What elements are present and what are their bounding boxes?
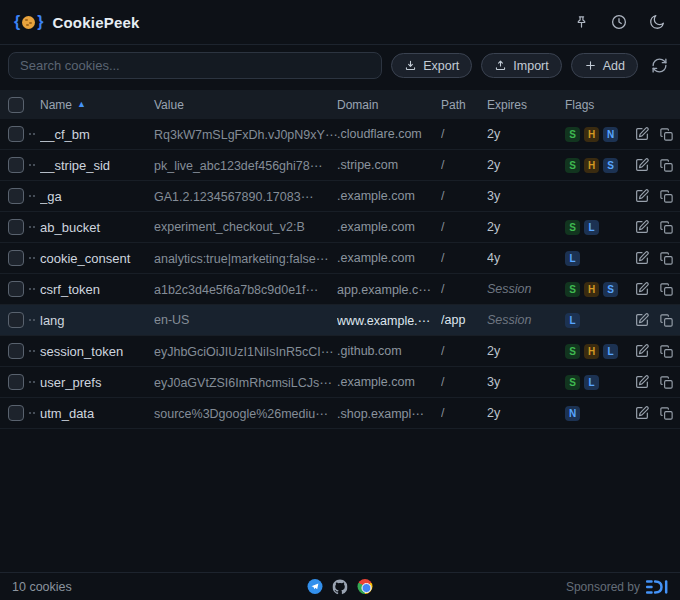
cookie-name: __cf_bm bbox=[40, 127, 154, 142]
cookie-name: utm_data bbox=[40, 406, 154, 421]
copy-cookie-icon[interactable] bbox=[659, 312, 674, 328]
edit-cookie-icon[interactable] bbox=[634, 281, 650, 297]
row-checkbox[interactable] bbox=[8, 219, 24, 235]
github-icon[interactable] bbox=[333, 579, 348, 594]
row-checkbox[interactable] bbox=[8, 405, 24, 421]
chrome-icon[interactable] bbox=[358, 579, 373, 594]
telegram-icon[interactable] bbox=[308, 579, 323, 594]
cookie-path: / bbox=[441, 344, 487, 358]
table-row[interactable]: _ga GA1.2.1234567890.17083⋯ .example.com… bbox=[0, 181, 680, 212]
table-row[interactable]: session_token eyJhbGciOiJIUzI1NiIsInR5cC… bbox=[0, 336, 680, 367]
search-input[interactable] bbox=[8, 52, 382, 79]
row-checkbox[interactable] bbox=[8, 126, 24, 142]
toolbar: Export Import Add bbox=[0, 45, 680, 90]
column-path-label: Path bbox=[441, 98, 466, 112]
row-checkbox[interactable] bbox=[8, 312, 24, 328]
add-label: Add bbox=[603, 59, 625, 73]
refresh-icon[interactable] bbox=[647, 57, 672, 74]
cookie-value: eyJhbGciOiJIUzI1NiIsInR5cCI⋯ bbox=[154, 344, 337, 359]
history-icon[interactable] bbox=[610, 13, 628, 31]
table-row[interactable]: ab_bucket experiment_checkout_v2:B .exam… bbox=[0, 212, 680, 243]
cookie-name: cookie_consent bbox=[40, 251, 154, 266]
copy-cookie-icon[interactable] bbox=[659, 157, 674, 173]
copy-cookie-icon[interactable] bbox=[659, 219, 674, 235]
table-row[interactable]: cookie_consent analytics:true|marketing:… bbox=[0, 243, 680, 274]
plus-icon bbox=[584, 59, 597, 72]
flag-badge-samesite: L bbox=[584, 375, 599, 390]
cookie-domain: .cloudflare.com bbox=[337, 127, 441, 141]
column-header-domain[interactable]: Domain bbox=[337, 98, 441, 112]
cookie-flags: N bbox=[565, 406, 631, 421]
table-row[interactable]: utm_data source%3Dgoogle%26mediu⋯ .shop.… bbox=[0, 398, 680, 429]
column-header-value[interactable]: Value bbox=[154, 98, 337, 112]
drag-handle-icon bbox=[29, 412, 40, 414]
column-value-label: Value bbox=[154, 98, 184, 112]
drag-handle-icon bbox=[29, 319, 40, 321]
cookie-expires: Session bbox=[487, 313, 565, 327]
theme-moon-icon[interactable] bbox=[648, 13, 666, 31]
table-header: Name ▲ Value Domain Path Expires Flags bbox=[0, 90, 680, 119]
pin-icon[interactable] bbox=[573, 14, 590, 31]
column-header-flags[interactable]: Flags bbox=[565, 98, 631, 112]
flag-badge-samesite: S bbox=[603, 158, 618, 173]
drag-handle-icon bbox=[29, 350, 40, 352]
cookie-expires: 2y bbox=[487, 127, 565, 141]
column-flags-label: Flags bbox=[565, 98, 594, 112]
cookie-expires: Session bbox=[487, 282, 565, 296]
copy-cookie-icon[interactable] bbox=[659, 343, 674, 359]
column-header-path[interactable]: Path bbox=[441, 98, 487, 112]
table-row[interactable]: __cf_bm Rq3kW7mSLgFxDh.vJ0pN9xY⋯ .cloudf… bbox=[0, 119, 680, 150]
cookie-name: session_token bbox=[40, 344, 154, 359]
row-checkbox[interactable] bbox=[8, 281, 24, 297]
copy-cookie-icon[interactable] bbox=[659, 405, 674, 421]
copy-cookie-icon[interactable] bbox=[659, 374, 674, 390]
flag-badge-samesite: N bbox=[565, 406, 580, 421]
select-all-checkbox[interactable] bbox=[8, 97, 24, 113]
export-button[interactable]: Export bbox=[391, 53, 472, 78]
row-checkbox[interactable] bbox=[8, 250, 24, 266]
cookie-expires: 3y bbox=[487, 375, 565, 389]
cookie-domain: www.example.⋯ bbox=[337, 313, 441, 328]
download-icon bbox=[404, 59, 417, 72]
copy-cookie-icon[interactable] bbox=[659, 126, 674, 142]
edit-cookie-icon[interactable] bbox=[634, 374, 650, 390]
edit-cookie-icon[interactable] bbox=[634, 157, 650, 173]
edit-cookie-icon[interactable] bbox=[634, 126, 650, 142]
row-checkbox[interactable] bbox=[8, 157, 24, 173]
empty-area bbox=[0, 429, 680, 572]
cookie-path: / bbox=[441, 282, 487, 296]
column-header-name[interactable]: Name ▲ bbox=[40, 98, 154, 112]
cookie-value: source%3Dgoogle%26mediu⋯ bbox=[154, 406, 337, 421]
edit-cookie-icon[interactable] bbox=[634, 405, 650, 421]
flag-badge-samesite: L bbox=[565, 251, 580, 266]
edit-cookie-icon[interactable] bbox=[634, 312, 650, 328]
table-row[interactable]: __stripe_sid pk_live_abc123def456ghi78⋯ … bbox=[0, 150, 680, 181]
table-row[interactable]: user_prefs eyJ0aGVtZSI6ImRhcmsiLCJs⋯ .ex… bbox=[0, 367, 680, 398]
table-row[interactable]: csrf_token a1b2c3d4e5f6a7b8c9d0e1f⋯ app.… bbox=[0, 274, 680, 305]
export-label: Export bbox=[423, 59, 459, 73]
import-label: Import bbox=[513, 59, 548, 73]
copy-cookie-icon[interactable] bbox=[659, 188, 674, 204]
column-header-expires[interactable]: Expires bbox=[487, 98, 565, 112]
drag-handle-icon bbox=[29, 195, 40, 197]
row-checkbox[interactable] bbox=[8, 374, 24, 390]
edit-cookie-icon[interactable] bbox=[634, 250, 650, 266]
edit-cookie-icon[interactable] bbox=[634, 188, 650, 204]
add-button[interactable]: Add bbox=[571, 53, 638, 78]
table-row[interactable]: lang en-US www.example.⋯ /app Session L bbox=[0, 305, 680, 336]
import-button[interactable]: Import bbox=[481, 53, 561, 78]
cookie-value: Rq3kW7mSLgFxDh.vJ0pN9xY⋯ bbox=[154, 127, 337, 142]
row-checkbox[interactable] bbox=[8, 188, 24, 204]
edit-cookie-icon[interactable] bbox=[634, 219, 650, 235]
copy-cookie-icon[interactable] bbox=[659, 250, 674, 266]
edit-cookie-icon[interactable] bbox=[634, 343, 650, 359]
row-checkbox[interactable] bbox=[8, 343, 24, 359]
drag-handle-icon bbox=[29, 226, 40, 228]
sponsor-logo-icon[interactable] bbox=[646, 580, 668, 594]
cookie-name: csrf_token bbox=[40, 282, 154, 297]
cookie-path: / bbox=[441, 127, 487, 141]
drag-handle-icon bbox=[29, 133, 40, 135]
copy-cookie-icon[interactable] bbox=[659, 281, 674, 297]
cookie-domain: .stripe.com bbox=[337, 158, 441, 172]
flag-badge-samesite: L bbox=[565, 313, 580, 328]
